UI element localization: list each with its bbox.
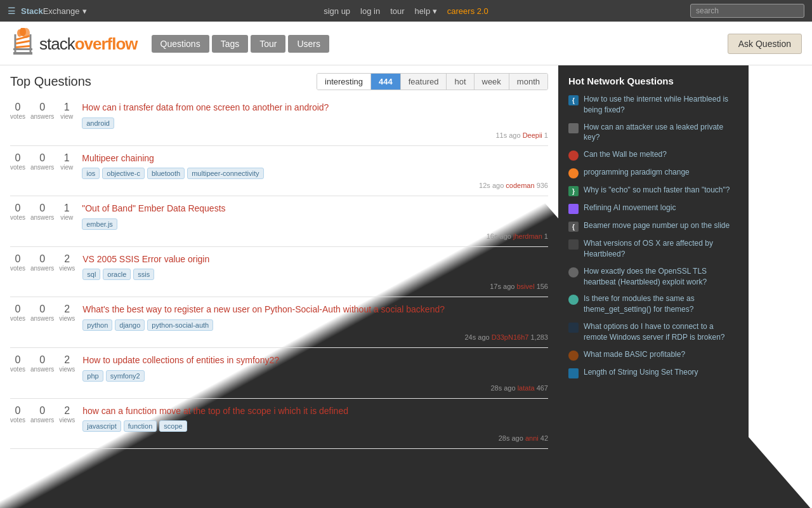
hot-question-link[interactable]: Why is "echo" so much faster than "touch… — [584, 185, 730, 196]
svg-point-9 — [17, 29, 22, 37]
filter-featured[interactable]: featured — [401, 74, 447, 90]
answers-col: 0 answers — [30, 253, 54, 272]
hot-question-link[interactable]: Refining AI movement logic — [584, 203, 676, 213]
topbar-help[interactable]: help ▾ — [415, 6, 437, 16]
username[interactable]: latata — [518, 384, 535, 392]
table-row: 0 votes 0 answers 1 view " — [10, 196, 548, 247]
topbar-careers[interactable]: careers 2.0 — [447, 6, 488, 16]
tag[interactable]: python — [82, 319, 112, 331]
hot-question-link[interactable]: How exactly does the OpenSSL TLS heartbe… — [584, 266, 738, 288]
filter-week[interactable]: week — [475, 74, 509, 90]
list-item[interactable]: What made BASIC profitable? — [568, 349, 738, 361]
site-icon — [568, 368, 579, 378]
username[interactable]: Deepii — [523, 131, 542, 139]
tag[interactable]: php — [82, 370, 103, 382]
topbar-right — [690, 4, 804, 18]
search-input[interactable] — [690, 4, 804, 18]
question-meta: 11s ago Deepii 1 — [82, 131, 548, 139]
tag[interactable]: oracle — [103, 269, 131, 280]
filter-month[interactable]: month — [509, 74, 547, 90]
filter-badge[interactable]: 444 — [371, 74, 401, 90]
question-body: How can i transfer data from one screen … — [82, 102, 548, 139]
vote-count: 0 — [15, 253, 21, 265]
question-title-link[interactable]: How can i transfer data from one screen … — [82, 102, 548, 114]
hot-question-link[interactable]: Length of String Using Set Theory — [584, 367, 698, 378]
username[interactable]: jherdman — [513, 232, 542, 240]
hot-question-link[interactable]: How to use the internet while Heartbleed… — [584, 94, 738, 116]
question-tags: android — [82, 117, 548, 129]
question-title-link[interactable]: VS 2005 SSIS Error value origin — [82, 253, 548, 266]
list-item[interactable]: What versions of OS X are affected by He… — [568, 238, 738, 260]
answers-label: answers — [30, 417, 54, 424]
ask-question-button[interactable]: Ask Question — [728, 34, 802, 54]
main-content: Top Questions interesting 444 featured h… — [0, 65, 812, 508]
question-list: 0 votes 0 answers 1 view H — [0, 95, 558, 449]
stats-row: 0 votes 0 answers 1 view — [10, 152, 74, 171]
list-item[interactable]: Can the Wall be melted? — [568, 149, 738, 161]
list-item[interactable]: Is there for modules the same as theme_g… — [568, 293, 738, 315]
list-item[interactable]: } Why is "echo" so much faster than "tou… — [568, 185, 738, 196]
tag[interactable]: symfony2 — [106, 370, 145, 382]
tag[interactable]: django — [115, 319, 145, 331]
tag[interactable]: sql — [82, 269, 100, 280]
question-title-link[interactable]: What's the best way to register a new us… — [82, 304, 548, 316]
tag[interactable]: ssis — [133, 269, 154, 280]
tag[interactable]: function — [124, 420, 157, 432]
table-row: 0 votes 0 answers 1 view M — [10, 146, 548, 197]
tag[interactable]: ember.js — [82, 218, 117, 230]
votes-col: 0 votes — [10, 405, 25, 424]
topbar-dropdown-icon[interactable]: ▾ — [82, 6, 87, 16]
list-item[interactable]: Length of String Using Set Theory — [568, 367, 738, 378]
hot-question-link[interactable]: Can the Wall be melted? — [584, 149, 667, 160]
filter-hot[interactable]: hot — [447, 74, 474, 90]
tag[interactable]: bluetooth — [147, 168, 185, 179]
list-item[interactable]: Refining AI movement logic — [568, 203, 738, 214]
users-nav-button[interactable]: Users — [288, 35, 329, 53]
list-item[interactable]: How can an attacker use a leaked private… — [568, 122, 738, 144]
tag[interactable]: objective-c — [102, 168, 145, 179]
tag[interactable]: ios — [82, 168, 100, 179]
question-body: Multipeer chaining ios objective-c bluet… — [82, 152, 548, 190]
question-title-link[interactable]: how can a function move at the top of th… — [82, 405, 548, 418]
votes-label: votes — [10, 366, 25, 373]
answer-count: 0 — [39, 354, 45, 366]
question-title-link[interactable]: "Out of Band" Ember Data Requests — [82, 203, 548, 215]
table-row: 0 votes 0 answers 2 views — [10, 297, 548, 348]
topbar-login[interactable]: log in — [360, 6, 380, 16]
topbar-logo[interactable]: StackExchange — [21, 6, 80, 16]
hot-question-link[interactable]: What options do I have to connect to a r… — [584, 321, 738, 343]
hot-question-link[interactable]: programming paradigm change — [584, 167, 690, 178]
list-item[interactable]: How exactly does the OpenSSL TLS heartbe… — [568, 266, 738, 288]
hot-question-link[interactable]: How can an attacker use a leaked private… — [584, 122, 738, 144]
question-tags: python django python-social-auth — [82, 319, 548, 331]
topbar-tour[interactable]: tour — [390, 6, 404, 16]
tags-nav-button[interactable]: Tags — [212, 35, 249, 53]
views-col: 1 view — [59, 102, 74, 120]
tag[interactable]: python-social-auth — [147, 319, 213, 331]
username[interactable]: bsivel — [516, 283, 534, 290]
tag[interactable]: android — [82, 117, 114, 129]
username[interactable]: anni — [525, 434, 539, 442]
questions-nav-button[interactable]: Questions — [152, 35, 209, 53]
tag[interactable]: multipeer-connectivity — [187, 168, 263, 179]
question-title-link[interactable]: Multipeer chaining — [82, 152, 548, 165]
tag[interactable]: scope — [159, 420, 187, 432]
list-item[interactable]: { How to use the internet while Heartble… — [568, 94, 738, 116]
username[interactable]: codeman — [506, 182, 534, 189]
hot-question-link[interactable]: Is there for modules the same as theme_g… — [584, 293, 738, 315]
list-item[interactable]: What options do I have to connect to a r… — [568, 321, 738, 343]
question-title-link[interactable]: How to update collections of entities in… — [82, 354, 548, 367]
list-item[interactable]: { Beamer move page number up on the slid… — [568, 220, 738, 232]
tag[interactable]: javascript — [82, 420, 121, 432]
vote-count: 0 — [15, 354, 21, 366]
list-item[interactable]: programming paradigm change — [568, 167, 738, 178]
table-row: 0 votes 0 answers 2 views — [10, 399, 548, 450]
hot-question-link[interactable]: What made BASIC profitable? — [584, 349, 685, 360]
hot-question-link[interactable]: What versions of OS X are affected by He… — [584, 238, 738, 260]
tour-nav-button[interactable]: Tour — [251, 35, 285, 53]
hot-question-link[interactable]: Beamer move page number up on the slide — [584, 220, 730, 231]
username[interactable]: D33pN16h7 — [492, 333, 529, 341]
filter-interesting[interactable]: interesting — [317, 74, 371, 90]
question-tags: php symfony2 — [82, 370, 548, 382]
topbar-signup[interactable]: sign up — [324, 6, 350, 16]
